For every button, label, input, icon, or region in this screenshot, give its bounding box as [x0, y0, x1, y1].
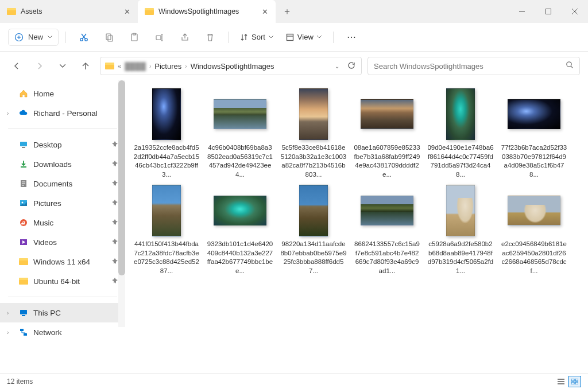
- file-item[interactable]: c5928a6a9d2fe580b2b68d8aab89e417948fd97b…: [425, 185, 496, 275]
- file-item[interactable]: 77f23b6b7aca2d52f330383b70e97812f64d9a4d…: [498, 88, 570, 179]
- search-input[interactable]: [374, 62, 566, 71]
- close-icon[interactable]: ✕: [123, 7, 131, 15]
- file-content[interactable]: 2a19352ccfe8acb4fd52d2ff0db44a7a5ecb1546…: [125, 80, 588, 373]
- sidebar-onedrive[interactable]: › Richard - Personal: [0, 103, 125, 123]
- address-bar[interactable]: « ████ › Pictures › WindowsSpotlightImag…: [100, 57, 362, 75]
- item-count: 12 items: [7, 378, 33, 386]
- copy-button[interactable]: [98, 28, 120, 47]
- svg-rect-10: [287, 34, 293, 40]
- svg-rect-19: [20, 310, 27, 314]
- address-part[interactable]: WindowsSpotlightImages: [191, 62, 274, 71]
- new-button[interactable]: New: [8, 29, 59, 46]
- up-button[interactable]: [77, 57, 94, 75]
- svg-rect-13: [22, 147, 25, 148]
- close-icon[interactable]: ✕: [261, 7, 269, 15]
- file-item[interactable]: 08ae1a607859e85233fbe7b31a68fab99ff2494e…: [351, 88, 423, 179]
- pin-icon: [111, 160, 118, 169]
- sidebar-label: Richard - Personal: [33, 109, 98, 118]
- file-item[interactable]: 5c5f8e33ce8b41618e5120a3b32a1e3c1003a82c…: [278, 88, 349, 179]
- thumbnails-view-button[interactable]: [568, 376, 581, 387]
- filename: c5928a6a9d2fe580b2b68d8aab89e417948fd97b…: [425, 240, 496, 275]
- picture-icon: [18, 198, 29, 208]
- scrollbar[interactable]: [118, 80, 125, 327]
- svg-rect-25: [571, 382, 574, 384]
- sort-icon: [240, 33, 248, 41]
- view-switch: [555, 376, 581, 387]
- tab-spotlight[interactable]: WindowsSpotlightImages ✕: [138, 0, 276, 23]
- toolbar: New Sort View ⋯: [0, 23, 588, 52]
- sidebar-item-downloads[interactable]: Downloads: [0, 154, 125, 174]
- delete-button[interactable]: [199, 28, 221, 47]
- file-item[interactable]: 4c96b0408bf69ba8a38502ead0a56319c7c1457a…: [204, 88, 276, 179]
- address-part-blurred[interactable]: ████: [125, 62, 146, 71]
- file-item[interactable]: 441f0150f413b44fbda7c212a38fdc78acfb3ee0…: [131, 185, 202, 275]
- sidebar-thispc[interactable]: › This PC: [0, 303, 125, 322]
- filename: 2a19352ccfe8acb4fd52d2ff0db44a7a5ecb1546…: [131, 143, 202, 179]
- svg-rect-24: [575, 379, 578, 381]
- svg-rect-22: [24, 333, 27, 336]
- filename: 86624133557c6c15a9f7e8c591abc4b7e482669c…: [351, 240, 423, 275]
- document-icon: [18, 178, 29, 189]
- svg-rect-5: [106, 34, 111, 40]
- back-button[interactable]: [8, 57, 25, 75]
- sidebar-item-documents[interactable]: Documents: [0, 174, 125, 193]
- refresh-button[interactable]: [346, 61, 357, 71]
- sidebar-item-ubuntu-64-bit[interactable]: Ubuntu 64-bit: [0, 271, 125, 291]
- search-icon[interactable]: [566, 61, 574, 71]
- folder-icon: [18, 256, 29, 267]
- pin-icon: [111, 180, 118, 188]
- overflow-chevron[interactable]: «: [118, 63, 121, 69]
- address-dropdown[interactable]: ⌄: [331, 63, 343, 69]
- titlebar: Assets ✕ WindowsSpotlightImages ✕ ＋: [0, 0, 588, 23]
- more-button[interactable]: ⋯: [341, 28, 362, 47]
- sidebar-network[interactable]: › Network: [0, 322, 125, 342]
- sidebar-item-windows-11-x64[interactable]: Windows 11 x64: [0, 252, 125, 271]
- file-item[interactable]: 09d0e4190e1e748ba6f861644d4c0c77459fd791…: [425, 88, 496, 179]
- pin-icon: [111, 219, 118, 227]
- file-item[interactable]: e2cc09456849b6181eac6259450a2801df26c266…: [498, 185, 570, 275]
- chevron-right-icon: ›: [149, 63, 151, 69]
- file-item[interactable]: 9323db101c1d4e6420409c8440b132a3e227ffaa…: [204, 185, 276, 275]
- view-button[interactable]: View: [281, 29, 326, 45]
- cut-button[interactable]: [73, 28, 95, 47]
- filename: 5c5f8e33ce8b41618e5120a3b32a1e3c1003a82c…: [278, 143, 349, 179]
- paste-button[interactable]: [123, 28, 145, 47]
- svg-rect-21: [20, 329, 24, 331]
- music-icon: [18, 217, 29, 228]
- share-button[interactable]: [174, 28, 196, 47]
- address-part[interactable]: Pictures: [154, 62, 181, 71]
- thumbnail: [279, 88, 348, 140]
- svg-rect-20: [22, 315, 25, 316]
- tab-assets[interactable]: Assets ✕: [0, 0, 138, 23]
- minimize-button[interactable]: [509, 0, 535, 23]
- statusbar: 12 items: [0, 373, 588, 389]
- details-view-button[interactable]: [555, 376, 567, 387]
- forward-button[interactable]: [31, 57, 48, 75]
- sort-button[interactable]: Sort: [235, 29, 278, 45]
- file-item[interactable]: 2a19352ccfe8acb4fd52d2ff0db44a7a5ecb1546…: [131, 88, 202, 179]
- recent-button[interactable]: [54, 57, 71, 75]
- chevron-right-icon[interactable]: ›: [7, 110, 14, 116]
- rename-button[interactable]: [149, 28, 171, 47]
- new-tab-button[interactable]: ＋: [276, 6, 299, 18]
- sidebar-home[interactable]: Home: [0, 84, 125, 103]
- sidebar-item-desktop[interactable]: Desktop: [0, 135, 125, 154]
- chevron-right-icon[interactable]: ›: [7, 329, 14, 336]
- svg-rect-26: [575, 382, 578, 384]
- sidebar-item-videos[interactable]: Videos: [0, 232, 125, 252]
- desktop-icon: [18, 139, 29, 150]
- sidebar-item-pictures[interactable]: Pictures: [0, 193, 125, 213]
- svg-point-17: [20, 219, 27, 226]
- sidebar-item-music[interactable]: Music: [0, 213, 125, 232]
- filename: 09d0e4190e1e748ba6f861644d4c0c77459fd791…: [425, 143, 496, 179]
- maximize-button[interactable]: [535, 0, 562, 23]
- file-grid: 2a19352ccfe8acb4fd52d2ff0db44a7a5ecb1546…: [131, 88, 582, 275]
- chevron-right-icon[interactable]: ›: [7, 310, 14, 316]
- close-button[interactable]: [562, 0, 588, 23]
- download-icon: [18, 159, 29, 169]
- file-item[interactable]: 86624133557c6c15a9f7e8c591abc4b7e482669c…: [351, 185, 423, 275]
- search-box[interactable]: [368, 57, 580, 75]
- sidebar-label: Pictures: [33, 199, 61, 208]
- view-icon: [286, 33, 294, 41]
- file-item[interactable]: 98220a134d11aafcde8b07ebbab0be5975e925fc…: [278, 185, 349, 275]
